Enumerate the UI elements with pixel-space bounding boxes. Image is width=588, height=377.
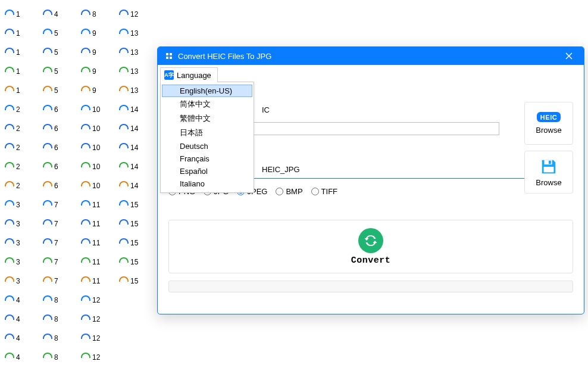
png-file-icon: PNG bbox=[118, 161, 129, 172]
png-file-icon: PNG bbox=[42, 66, 53, 77]
file-item[interactable]: JPG2 bbox=[2, 119, 40, 138]
file-item[interactable]: PNG5 bbox=[40, 62, 79, 81]
browse-output-button[interactable]: Browse bbox=[524, 151, 573, 194]
file-item[interactable]: TIF14 bbox=[117, 176, 155, 195]
file-item[interactable]: JPG8 bbox=[79, 5, 117, 24]
file-item[interactable]: JPG7 bbox=[40, 214, 79, 233]
file-number: 7 bbox=[54, 258, 58, 266]
file-item[interactable]: JPG12 bbox=[117, 5, 155, 24]
file-item[interactable]: PNG9 bbox=[79, 62, 117, 81]
file-item[interactable]: PNG6 bbox=[40, 157, 79, 176]
file-item[interactable]: JPG3 bbox=[2, 233, 40, 253]
file-item[interactable]: JPG2 bbox=[2, 138, 40, 157]
file-item[interactable]: JPG11 bbox=[79, 233, 117, 253]
file-item[interactable]: BMP15 bbox=[117, 195, 155, 214]
file-item[interactable]: JPG6 bbox=[40, 138, 79, 157]
browse-input-button[interactable]: HEIC Browse bbox=[524, 102, 573, 145]
file-item[interactable]: PNG7 bbox=[40, 253, 79, 272]
file-item[interactable]: JPG1 bbox=[2, 24, 40, 43]
language-option[interactable]: Deutsch bbox=[162, 140, 252, 152]
file-item[interactable]: JPG4 bbox=[2, 310, 40, 329]
language-option[interactable]: 简体中文 bbox=[162, 97, 252, 111]
file-item[interactable]: BMP14 bbox=[117, 100, 155, 119]
file-item[interactable]: JPG8 bbox=[40, 329, 79, 348]
file-item[interactable]: BMP4 bbox=[2, 291, 40, 310]
file-item[interactable]: TIF13 bbox=[117, 81, 155, 100]
file-item[interactable]: PNG2 bbox=[2, 157, 40, 176]
file-item[interactable]: JPG10 bbox=[79, 138, 117, 157]
file-item[interactable]: JPG12 bbox=[79, 310, 117, 329]
file-item[interactable]: BMP13 bbox=[117, 24, 155, 43]
file-item[interactable]: JPG5 bbox=[40, 43, 79, 62]
dialog-title: Convert HEIC Files To JPG bbox=[178, 52, 561, 61]
file-item[interactable]: JPG14 bbox=[117, 119, 155, 138]
tif-file-icon: TIF bbox=[118, 85, 129, 96]
file-item[interactable]: BMP7 bbox=[40, 195, 79, 214]
file-item[interactable]: PNG4 bbox=[2, 348, 40, 367]
close-button[interactable] bbox=[561, 52, 577, 60]
bmp-file-icon: BMP bbox=[80, 200, 91, 210]
file-item[interactable]: TIF10 bbox=[79, 176, 117, 195]
file-item[interactable]: PNG14 bbox=[117, 157, 155, 176]
format-radio-bmp[interactable]: BMP bbox=[276, 187, 302, 196]
file-item[interactable]: PNG3 bbox=[2, 253, 40, 272]
file-item[interactable]: JPG8 bbox=[40, 310, 79, 329]
file-item[interactable]: TIF9 bbox=[79, 81, 117, 100]
file-item[interactable]: TIF6 bbox=[40, 176, 79, 195]
file-item[interactable]: JPG4 bbox=[2, 329, 40, 348]
file-item[interactable]: JPG7 bbox=[40, 233, 79, 253]
file-item[interactable]: JPG15 bbox=[117, 214, 155, 233]
file-item[interactable]: JPG15 bbox=[117, 233, 155, 253]
language-tab[interactable]: A字 Language bbox=[160, 67, 218, 82]
file-item[interactable]: TIF7 bbox=[40, 272, 79, 291]
file-item[interactable]: BMP3 bbox=[2, 195, 40, 214]
file-item[interactable]: JPG12 bbox=[79, 329, 117, 348]
file-item[interactable]: JPG13 bbox=[117, 43, 155, 62]
file-item[interactable]: PNG11 bbox=[79, 253, 117, 272]
file-item[interactable]: BMP9 bbox=[79, 24, 117, 43]
titlebar[interactable]: Convert HEIC Files To JPG bbox=[158, 47, 584, 65]
file-item[interactable]: TIF3 bbox=[2, 272, 40, 291]
file-item[interactable]: BMP6 bbox=[40, 100, 79, 119]
floppy-icon bbox=[539, 158, 558, 176]
file-number: 1 bbox=[16, 48, 20, 57]
language-option[interactable]: Italiano bbox=[162, 177, 252, 190]
file-item[interactable]: PNG12 bbox=[79, 348, 117, 367]
file-item[interactable]: BMP12 bbox=[79, 291, 117, 310]
format-radio-tiff[interactable]: TIFF bbox=[311, 187, 337, 196]
language-option[interactable]: 日本語 bbox=[162, 126, 252, 140]
language-option[interactable]: Français bbox=[162, 152, 252, 165]
file-number: 14 bbox=[130, 182, 138, 190]
file-item[interactable]: JPG4 bbox=[40, 5, 79, 24]
jpg-file-icon: JPG bbox=[4, 333, 15, 344]
file-item[interactable]: PNG1 bbox=[2, 62, 40, 81]
language-option[interactable]: 繁體中文 bbox=[162, 111, 252, 126]
file-item[interactable]: JPG6 bbox=[40, 119, 79, 138]
png-file-icon: PNG bbox=[42, 161, 53, 172]
file-item[interactable]: BMP11 bbox=[79, 195, 117, 214]
file-item[interactable]: JPG14 bbox=[117, 138, 155, 157]
file-item[interactable]: TIF1 bbox=[2, 81, 40, 100]
file-item[interactable]: BMP10 bbox=[79, 100, 117, 119]
file-item[interactable]: JPG11 bbox=[79, 214, 117, 233]
file-item[interactable]: BMP2 bbox=[2, 100, 40, 119]
file-item[interactable]: BMP8 bbox=[40, 291, 79, 310]
file-item[interactable]: JPG1 bbox=[2, 43, 40, 62]
convert-button[interactable]: Convert bbox=[168, 220, 573, 273]
file-item[interactable]: TIF15 bbox=[117, 272, 155, 291]
file-item[interactable]: JPG9 bbox=[79, 43, 117, 62]
file-item[interactable]: TIF5 bbox=[40, 81, 79, 100]
file-item[interactable]: BMP5 bbox=[40, 24, 79, 43]
language-option[interactable]: Español bbox=[162, 165, 252, 177]
file-item[interactable]: JPG3 bbox=[2, 214, 40, 233]
file-item[interactable]: PNG15 bbox=[117, 253, 155, 272]
file-item[interactable]: BMP1 bbox=[2, 5, 40, 24]
file-item[interactable]: PNG10 bbox=[79, 157, 117, 176]
file-item[interactable]: TIF11 bbox=[79, 272, 117, 291]
file-item[interactable]: TIF2 bbox=[2, 176, 40, 195]
jpg-file-icon: JPG bbox=[118, 47, 129, 58]
file-item[interactable]: PNG13 bbox=[117, 62, 155, 81]
file-item[interactable]: PNG8 bbox=[40, 348, 79, 367]
file-item[interactable]: JPG10 bbox=[79, 119, 117, 138]
language-option[interactable]: English(en-US) bbox=[162, 85, 252, 97]
